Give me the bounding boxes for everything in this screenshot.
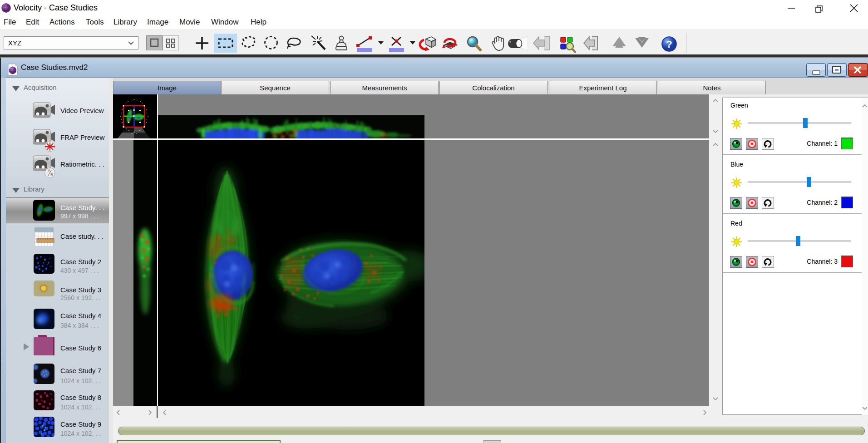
svg-text:B: B: [50, 172, 53, 177]
svg-text:?: ?: [666, 39, 672, 50]
